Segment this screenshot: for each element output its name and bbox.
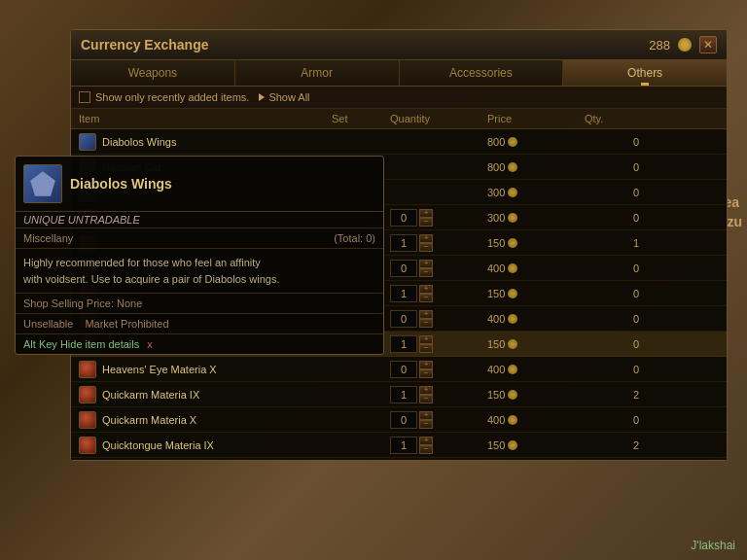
small-coin-icon [508,263,517,273]
quantity-spinner: 0 + − [390,310,487,328]
small-coin-icon [508,162,517,172]
coin-icon [678,38,692,52]
qty-cell: 2 [585,389,643,401]
qty-buttons: + − [419,335,433,353]
price-cell: 300 [487,187,585,198]
table-row: Quickarm Materia IX 1 + − 150 2 [71,382,727,407]
qty-decrement[interactable]: − [419,218,433,227]
qty-cell: 2 [585,439,643,451]
currency-count: 288 [649,38,670,52]
col-item: Item [79,113,332,124]
quantity-spinner: 1 + − [390,285,487,302]
player-name: J'lakshai [691,539,735,552]
qty-decrement[interactable]: − [419,243,433,252]
item-icon [79,386,96,403]
qty-cell: 0 [585,313,643,325]
tab-bar: Weapons Armor Accessories Others [71,60,727,87]
qty-buttons: + − [419,260,433,277]
price-cell: 150 [487,338,585,350]
item-icon [79,133,96,151]
qty-input[interactable]: 0 [390,260,417,277]
price-cell: 400 [487,262,585,274]
recently-added-checkbox[interactable] [79,91,90,103]
tooltip-header: Diabolos Wings [16,157,383,212]
toolbar: Show only recently added items. Show All [71,87,727,109]
qty-input[interactable]: 1 [390,234,417,252]
active-tab-indicator [641,83,649,86]
title-right: 288 ✕ [649,36,717,53]
table-row: Heavens' Eye Materia X 0 + − 400 0 [71,357,727,382]
qty-input[interactable]: 0 [390,411,417,429]
column-headers: Item Set Quantity Price Qty. [71,109,727,129]
qty-decrement[interactable]: − [419,445,433,454]
small-coin-icon [508,238,517,248]
price-cell: 400 [487,313,585,325]
quantity-spinner: 0 + − [390,411,487,429]
qty-decrement[interactable]: − [419,420,433,429]
qty-decrement[interactable]: − [419,268,433,277]
qty-input[interactable]: 0 [390,310,417,328]
item-tooltip: Diabolos Wings UNIQUE UNTRADABLE Miscell… [15,156,384,355]
qty-input[interactable]: 1 [390,386,417,403]
item-icon [79,411,96,429]
qty-input[interactable]: 0 [390,361,417,378]
quantity-spinner: 1 + − [390,234,487,252]
table-row: Quicktongue Materia IX 1 + − 150 2 [71,433,727,458]
price-cell: 150 [487,237,585,249]
col-qty: Qty. [585,113,643,124]
qty-decrement[interactable]: − [419,395,433,403]
table-row: Quickarm Materia X 0 + − 400 0 [71,407,727,433]
item-icon [79,361,96,378]
item-name-cell: Diabolos Wings [79,133,332,151]
quantity-spinner: 0 + − [390,361,487,378]
qty-decrement[interactable]: − [419,344,433,353]
qty-cell: 0 [585,414,643,426]
tooltip-close-button[interactable]: x [147,338,153,350]
col-set: Set [332,113,390,124]
qty-input[interactable]: 1 [390,285,417,302]
tooltip-tags: Unsellable Market Prohibited [16,314,383,334]
quantity-spinner: 1 + − [390,335,487,353]
qty-buttons: + − [419,361,433,378]
price-cell: 800 [487,136,585,148]
qty-cell: 0 [585,338,643,350]
price-cell: 800 [487,161,585,173]
price-cell: 400 [487,364,585,375]
qty-buttons: + − [419,285,433,302]
tab-accessories[interactable]: Accessories [400,60,564,86]
qty-decrement[interactable]: − [419,369,433,378]
total-label: (Total: 0) [334,232,375,244]
price-cell: 400 [487,414,585,426]
triangle-icon [259,93,265,101]
qty-input[interactable]: 1 [390,335,417,353]
col-price: Price [487,113,585,124]
tag-unsellable: Unsellable [23,318,73,330]
qty-input[interactable]: 1 [390,437,417,454]
quantity-spinner: 1 + − [390,437,487,454]
col-quantity: Quantity [390,113,487,124]
close-button[interactable]: ✕ [699,36,717,53]
qty-decrement[interactable]: − [419,319,433,328]
item-name-cell: Heavens' Eye Materia X [79,361,332,378]
tab-others[interactable]: Others [563,60,727,86]
show-all-button[interactable]: Show All [259,91,309,103]
qty-decrement[interactable]: − [419,294,433,302]
tooltip-item-icon [23,164,62,203]
qty-cell: 0 [585,187,643,198]
tab-weapons[interactable]: Weapons [71,60,235,86]
qty-buttons: + − [419,411,433,429]
qty-input[interactable]: 0 [390,209,417,227]
qty-cell: 0 [585,262,643,274]
price-cell: 150 [487,439,585,451]
tab-armor[interactable]: Armor [235,60,400,86]
tooltip-item-name: Diabolos Wings [70,176,172,192]
qty-cell: 0 [585,364,643,375]
small-coin-icon [508,314,517,324]
recently-added-filter[interactable]: Show only recently added items. [79,91,249,103]
item-icon [79,437,96,454]
qty-buttons: + − [419,437,433,454]
tooltip-alt-key[interactable]: Alt Key Hide item details x [16,334,383,354]
small-coin-icon [508,213,517,223]
window-title: Currency Exchange [81,37,209,52]
small-coin-icon [508,289,517,298]
